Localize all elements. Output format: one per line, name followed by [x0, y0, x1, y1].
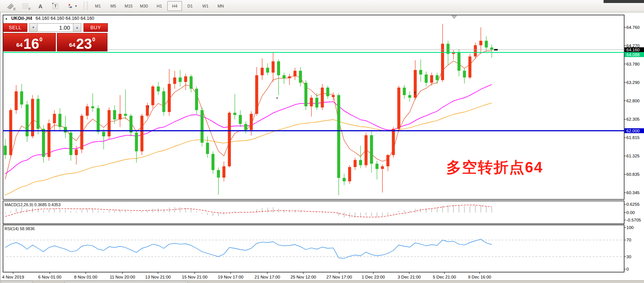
candle-body [244, 124, 247, 130]
toolbar: E F A T ▼ M1M5M15M30H1H4D1W1MN [0, 0, 644, 12]
timeframe-button-M5[interactable]: M5 [106, 1, 121, 11]
candle-body [365, 135, 368, 165]
candle-body [113, 110, 116, 120]
timeframe-button-M1[interactable]: M1 [91, 1, 105, 11]
sell-button[interactable]: SELL [3, 23, 27, 32]
window-edge-sliver [604, 0, 644, 3]
candle-body [184, 76, 187, 82]
fibonacci-icon[interactable]: F [19, 1, 32, 11]
candle-body [42, 129, 45, 157]
candle-body [283, 75, 286, 78]
candle-body [86, 106, 89, 116]
equidistant-channel-icon[interactable]: E [4, 1, 17, 11]
buy-button[interactable]: BUY [83, 23, 108, 32]
sell-price-box[interactable]: 64 16 0 [3, 33, 56, 51]
candle-body [107, 110, 110, 136]
candle-body [201, 110, 204, 143]
candle-body [233, 113, 236, 115]
timeframe-button-D1[interactable]: D1 [183, 1, 197, 11]
time-tick-label: 25 Nov 12:00 [291, 275, 316, 279]
candle-body [299, 71, 302, 83]
rsi-tick-label: 70 [626, 238, 631, 242]
rsi-tick-label: 100 [626, 225, 634, 230]
candle-body [315, 98, 318, 108]
time-tick-label: 5 Dec 21:00 [433, 275, 456, 279]
candle-body [102, 132, 105, 136]
candle-body [250, 114, 253, 130]
timeframe-button-H1[interactable]: H1 [152, 1, 167, 11]
buy-price-box[interactable]: 64 23 0 [57, 33, 107, 51]
candle-body [206, 143, 209, 154]
price-tick-label: 62.800 [626, 99, 640, 103]
candle-body [212, 154, 215, 170]
collapse-triangle-icon[interactable]: ▲ [5, 17, 8, 20]
one-click-trade-panel: SELL ▼ 1.00 ▲ BUY 64 16 0 64 23 0 [3, 23, 108, 51]
candle-body [48, 123, 51, 157]
timeframe-button-M15[interactable]: M15 [121, 1, 136, 11]
candle-body [337, 95, 340, 178]
candle-body [441, 44, 444, 80]
candle-body [403, 88, 406, 95]
chart-annotation-text: 多空转折点64 [446, 157, 543, 178]
timeframe-button-H4[interactable]: H4 [167, 1, 182, 11]
candle-body [217, 170, 220, 178]
candle-body [157, 87, 160, 91]
candle-body [20, 91, 23, 105]
candle-body [4, 146, 7, 155]
time-tick-label: 21 Nov 17:00 [255, 275, 280, 279]
volume-input[interactable]: 1.00 [37, 23, 73, 32]
time-tick-label: 8 Nov 01:00 [74, 275, 97, 279]
candle-body [381, 166, 384, 169]
candle-body [239, 115, 242, 124]
price-badge-label: 62.000 [626, 129, 640, 133]
candle-body [310, 98, 313, 106]
price-tick-label: 63.290 [626, 80, 640, 85]
candle-body [130, 116, 133, 133]
time-tick-label: 6 Nov 01:00 [38, 275, 61, 279]
trade-marker: + [276, 96, 278, 100]
text-icon[interactable]: A [34, 1, 47, 11]
time-tick-label: 19 Nov 17:00 [218, 275, 243, 279]
price-tick-label: 60.835 [626, 172, 640, 177]
candle-body [425, 75, 428, 83]
candle-body [173, 78, 176, 84]
candle-body [458, 52, 461, 71]
candle-body [294, 71, 297, 76]
candle-body [435, 75, 438, 80]
volume-down-button[interactable]: ▼ [29, 23, 37, 32]
symbol-quotes: 64.160 64.160 64.160 64.160 [36, 16, 94, 21]
candle-body [386, 155, 389, 166]
candle-body [408, 95, 411, 98]
timeframe-button-MN[interactable]: MN [213, 1, 228, 11]
candle-body [255, 75, 258, 114]
candle-body [348, 167, 351, 181]
candle-body [479, 41, 482, 45]
candle-body [135, 133, 138, 151]
candle-body [162, 91, 165, 112]
candle-body [321, 88, 324, 108]
candle-body [419, 70, 422, 75]
toolbar-drag-handle[interactable] [86, 1, 88, 10]
candle-body [119, 114, 122, 120]
macd-label: MACD(12,26,9) 0.3685 0.4353 [4, 202, 61, 207]
trade-marker: I [148, 105, 149, 109]
candle-body [353, 160, 356, 167]
candle-body [75, 150, 78, 155]
candle-body [370, 135, 373, 164]
toolbar-separator [84, 1, 84, 10]
arrows-icon[interactable]: ▼ [64, 1, 80, 11]
time-tick-label: 3 Dec 21:00 [398, 275, 421, 279]
time-tick-label: 13 Nov 21:00 [145, 275, 171, 279]
price-tick-label: 61.325 [626, 154, 640, 158]
time-tick-label: 1 Dec 23:00 [362, 275, 385, 279]
candle-body [271, 61, 274, 73]
text-label-icon[interactable]: T [49, 1, 62, 11]
timeframe-button-M30[interactable]: M30 [137, 1, 151, 11]
candle-body [151, 87, 154, 105]
volume-up-button[interactable]: ▲ [73, 23, 81, 32]
candle-body [69, 133, 72, 155]
price-tick-label: 61.815 [626, 135, 640, 140]
panel-frame [3, 201, 624, 224]
candle-body [64, 127, 67, 133]
timeframe-button-W1[interactable]: W1 [198, 1, 213, 11]
